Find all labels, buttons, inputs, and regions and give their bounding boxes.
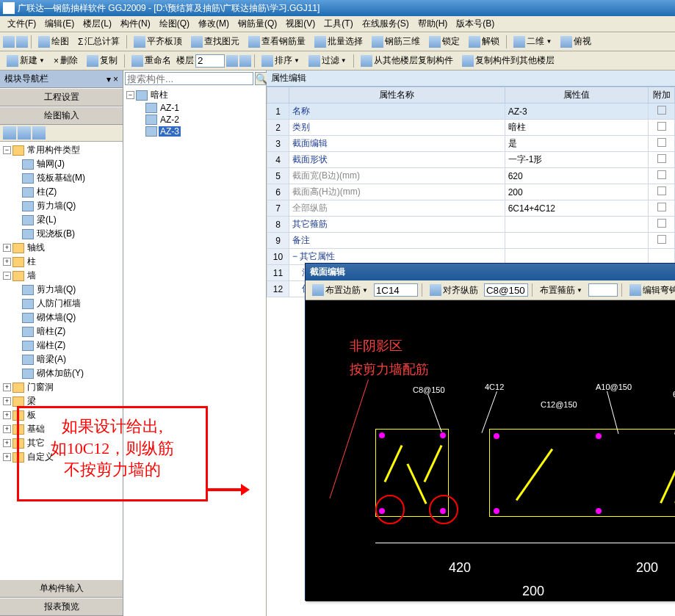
edge-rebar-input[interactable] xyxy=(374,283,418,297)
beam-icon xyxy=(22,215,34,225)
attach-checkbox[interactable] xyxy=(657,138,666,147)
single-input-section[interactable]: 单构件输入 xyxy=(0,579,123,598)
rect-right xyxy=(489,429,675,517)
2d-button[interactable]: 二维▼ xyxy=(510,35,555,49)
expand-toggle[interactable]: + xyxy=(3,453,11,461)
menu-online[interactable]: 在线服务(S) xyxy=(358,18,414,30)
report-section[interactable]: 报表预览 xyxy=(0,598,123,616)
attach-checkbox[interactable] xyxy=(657,203,666,211)
expand-toggle[interactable]: − xyxy=(3,146,11,154)
expand-toggle[interactable]: + xyxy=(3,439,11,447)
menu-draw[interactable]: 绘图(Q) xyxy=(155,18,194,30)
unlock-button[interactable]: 解锁 xyxy=(465,35,503,49)
lock-button[interactable]: 锁定 xyxy=(425,35,463,49)
attach-checkbox[interactable] xyxy=(657,122,666,131)
redo-icon[interactable] xyxy=(16,36,28,48)
copy-from-button[interactable]: 从其他楼层复制构件 xyxy=(357,54,457,68)
property-row[interactable]: 4截面形状一字-1形 xyxy=(267,152,675,168)
property-row[interactable]: 5截面宽(B边)(mm)620 xyxy=(267,168,675,184)
draw-button[interactable]: 绘图 xyxy=(35,35,73,49)
delete-button[interactable]: ×删除 xyxy=(50,54,82,68)
expand-toggle[interactable]: + xyxy=(3,411,11,419)
align-rebar-button[interactable]: 对齐纵筋 xyxy=(426,283,482,297)
property-row[interactable]: 2类别暗柱 xyxy=(267,120,675,136)
expand-toggle[interactable]: + xyxy=(3,397,11,405)
attach-checkbox[interactable] xyxy=(657,154,666,163)
copy-button[interactable]: 复制 xyxy=(83,54,121,68)
floor-down-icon[interactable] xyxy=(239,55,251,67)
editor-toolbar: 布置边筋▼ 对齐纵筋 布置箍筋▼ 编辑弯钩 ×删除 标注▼ xyxy=(306,280,675,300)
view-steel-button[interactable]: 查看钢筋量 xyxy=(245,35,309,49)
menu-tools[interactable]: 工具(T) xyxy=(320,18,357,30)
expand-toggle[interactable]: + xyxy=(3,383,11,391)
expand-icon[interactable] xyxy=(3,126,16,139)
align-rebar-input[interactable] xyxy=(484,283,528,297)
cad-canvas[interactable]: 非阴影区 按剪力墙配筋 C8@150 4C12 C12@150 A10@150 … xyxy=(306,300,675,601)
rebar-dot xyxy=(440,432,446,438)
property-row[interactable]: 6截面高(H边)(mm)200 xyxy=(267,184,675,200)
engineering-section[interactable]: 工程设置 xyxy=(0,88,123,106)
edge-rebar-button[interactable]: 布置边筋▼ xyxy=(308,283,372,297)
floor-up-icon[interactable] xyxy=(226,55,238,67)
attach-checkbox[interactable] xyxy=(657,219,666,228)
summary-button[interactable]: Σ汇总计算 xyxy=(74,35,123,49)
flat-button[interactable]: 平齐板顶 xyxy=(130,35,186,49)
property-row[interactable]: 3截面编辑是 xyxy=(267,136,675,152)
expand-toggle[interactable]: + xyxy=(3,425,11,433)
selected-component[interactable]: AZ-3 xyxy=(159,126,181,137)
label-c8: C8@150 xyxy=(413,385,445,394)
menu-edit[interactable]: 编辑(E) xyxy=(40,18,79,30)
property-row[interactable]: 1名称AZ-3 xyxy=(267,104,675,120)
property-row[interactable]: 8其它箍筋 xyxy=(267,217,675,233)
side-view-button[interactable]: 俯视 xyxy=(557,35,595,49)
annotation-line2: 如10C12，则纵筋 xyxy=(24,438,201,460)
red-leader xyxy=(329,380,368,499)
menu-modify[interactable]: 修改(M) xyxy=(194,18,234,30)
undo-icon[interactable] xyxy=(3,36,15,48)
hoop-button[interactable]: 布置箍筋▼ xyxy=(536,283,586,297)
filter-icon[interactable] xyxy=(32,126,46,139)
attach-checkbox[interactable] xyxy=(657,170,666,179)
batch-button[interactable]: 批量选择 xyxy=(311,35,367,49)
search-input[interactable] xyxy=(125,72,253,85)
attach-checkbox[interactable] xyxy=(657,186,666,195)
menu-view[interactable]: 视图(V) xyxy=(281,18,320,30)
hoop-input[interactable] xyxy=(588,283,618,297)
floor-input[interactable] xyxy=(195,54,225,68)
component-list-panel: 🔍 −暗柱 AZ-1 AZ-2 AZ-3 xyxy=(123,70,267,616)
section-editor-title[interactable]: 截面编辑 xyxy=(306,264,675,280)
collapse-icon[interactable] xyxy=(18,126,31,139)
copy-to-button[interactable]: 复制构件到其他楼层 xyxy=(458,54,558,68)
filter-button[interactable]: 过滤▼ xyxy=(305,54,350,68)
menu-component[interactable]: 构件(N) xyxy=(116,18,155,30)
expand-toggle[interactable]: − xyxy=(126,91,134,99)
component-type-tree[interactable]: −常用构件类型 轴网(J) 筏板基础(M) 柱(Z) 剪力墙(Q) 梁(L) 现… xyxy=(0,142,123,579)
property-row[interactable]: 7全部纵筋6C14+4C12 xyxy=(267,200,675,217)
expand-toggle[interactable]: + xyxy=(3,258,11,266)
leader-line xyxy=(427,394,442,432)
nav-title: 模块导航栏▾ × xyxy=(0,70,123,88)
edit-hook-button[interactable]: 编辑弯钩 xyxy=(626,283,675,297)
property-row[interactable]: 9备注 xyxy=(267,233,675,249)
find-button[interactable]: 查找图元 xyxy=(187,35,243,49)
tri-button[interactable]: 钢筋三维 xyxy=(368,35,424,49)
expand-toggle[interactable]: − xyxy=(3,272,11,280)
menu-floor[interactable]: 楼层(L) xyxy=(79,18,116,30)
new-button[interactable]: 新建▼ xyxy=(3,54,48,68)
attach-checkbox[interactable] xyxy=(657,235,666,244)
folder-icon xyxy=(12,383,24,393)
expand-toggle[interactable]: + xyxy=(3,244,11,252)
menu-version[interactable]: 版本号(B) xyxy=(452,18,499,30)
menu-help[interactable]: 帮助(H) xyxy=(414,18,452,30)
masonry-icon xyxy=(22,313,34,323)
left-nav-panel: 模块导航栏▾ × 工程设置 绘图输入 −常用构件类型 轴网(J) 筏板基础(M)… xyxy=(0,70,123,616)
menu-bar: 文件(F) 编辑(E) 楼层(L) 构件(N) 绘图(Q) 修改(M) 钢筋量(… xyxy=(0,16,675,32)
sort-button[interactable]: 排序▼ xyxy=(258,54,303,68)
slab-icon xyxy=(22,229,34,239)
attach-checkbox[interactable] xyxy=(657,106,666,115)
menu-steel[interactable]: 钢筋量(Q) xyxy=(234,18,281,30)
draw-input-section[interactable]: 绘图输入 xyxy=(0,106,123,125)
menu-file[interactable]: 文件(F) xyxy=(3,18,40,30)
dim-420: 420 xyxy=(449,560,471,576)
rename-button[interactable]: 重命名 xyxy=(128,54,175,68)
